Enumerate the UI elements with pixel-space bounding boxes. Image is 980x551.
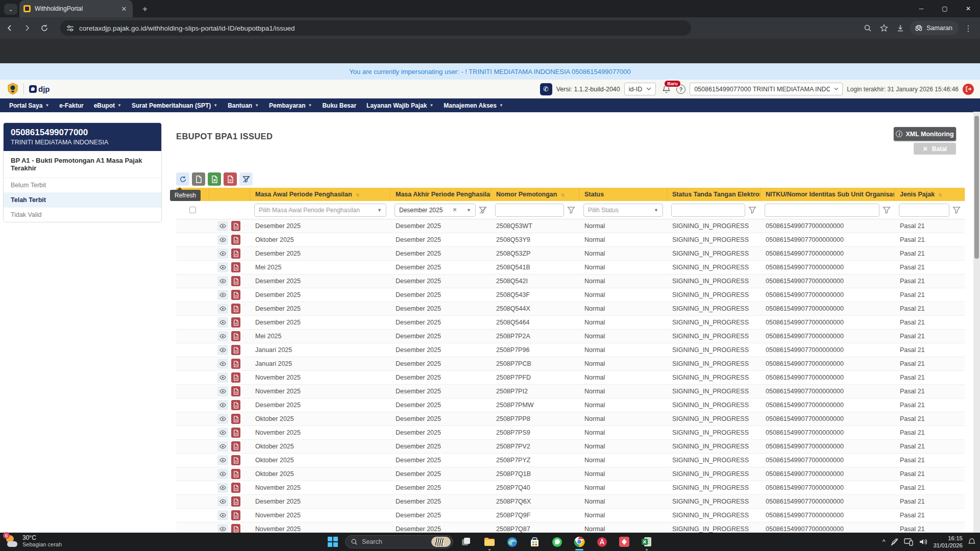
- refresh-button[interactable]: [176, 172, 189, 186]
- forward-button[interactable]: [19, 20, 35, 36]
- table-row[interactable]: Oktober 2025 Desember 2025 2508Q53Y9 Nor…: [176, 233, 965, 247]
- download-pdf-button[interactable]: [231, 235, 240, 245]
- view-button[interactable]: [217, 331, 228, 341]
- notifications-bell[interactable]: Baru: [660, 83, 672, 95]
- logout-button[interactable]: [963, 84, 974, 95]
- nomor-filter-input[interactable]: [495, 204, 564, 217]
- table-row[interactable]: Desember 2025 Desember 2025 2508Q543F No…: [176, 288, 965, 302]
- table-row[interactable]: Desember 2025 Desember 2025 2508Q542I No…: [176, 274, 965, 288]
- browser-profile-chip[interactable]: Samaran: [910, 21, 959, 35]
- microsoft-store-icon[interactable]: [528, 535, 541, 548]
- table-row[interactable]: November 2025 Desember 2025 2508P7Q40 No…: [176, 481, 965, 495]
- download-pdf-button[interactable]: [231, 455, 240, 465]
- address-bar[interactable]: coretaxdjp.pajak.go.id/withholding-slips…: [60, 20, 691, 36]
- clear-icon[interactable]: ✕: [452, 207, 457, 213]
- nav-item-pembayaran[interactable]: Pembayaran▼: [269, 102, 312, 109]
- cast-device-icon[interactable]: [904, 538, 914, 546]
- view-button[interactable]: [217, 221, 228, 231]
- view-button[interactable]: [217, 524, 228, 533]
- download-pdf-button[interactable]: [231, 469, 240, 479]
- download-pdf-button[interactable]: [231, 345, 240, 355]
- reload-button[interactable]: [37, 20, 52, 36]
- view-button[interactable]: [217, 248, 228, 259]
- ttd-filter-input[interactable]: [671, 204, 745, 217]
- download-pdf-button[interactable]: [231, 290, 240, 300]
- filter-icon[interactable]: [567, 206, 575, 214]
- zoom-page-icon[interactable]: [861, 21, 874, 35]
- export-pdf-button[interactable]: [224, 172, 237, 186]
- view-button[interactable]: [217, 345, 228, 355]
- download-pdf-button[interactable]: [231, 372, 240, 383]
- jenis-filter-input[interactable]: [899, 204, 949, 217]
- tab-close-icon[interactable]: ✕: [119, 4, 129, 13]
- download-pdf-button[interactable]: [231, 524, 240, 533]
- taskbar-search[interactable]: Search: [345, 535, 453, 548]
- download-pdf-button[interactable]: [231, 428, 240, 438]
- nav-item-surat-pemberitahuan-spt-[interactable]: Surat Pemberitahuan (SPT)▼: [132, 102, 217, 109]
- download-pdf-button[interactable]: [231, 304, 240, 314]
- sidebar-item-tidak-valid[interactable]: Tidak Valid: [4, 208, 161, 222]
- view-button[interactable]: [217, 372, 228, 383]
- table-row[interactable]: November 2025 Desember 2025 2508P7Q9F No…: [176, 509, 965, 522]
- xml-monitoring-button[interactable]: i XML Monitoring: [894, 127, 956, 141]
- filter-icon[interactable]: [883, 206, 891, 214]
- contact-icon[interactable]: ✆: [540, 83, 552, 95]
- table-row[interactable]: Desember 2025 Desember 2025 2508Q5464 No…: [176, 316, 965, 330]
- column-header[interactable]: Status: [579, 188, 667, 201]
- sort-icon[interactable]: ↑↓: [938, 192, 941, 197]
- download-pdf-button[interactable]: [231, 386, 240, 396]
- diamond-app-icon[interactable]: [618, 535, 631, 548]
- nav-item-ebupot[interactable]: eBupot▼: [94, 102, 121, 109]
- download-pdf-button[interactable]: [231, 483, 240, 493]
- table-row[interactable]: Mei 2025 Desember 2025 2508Q541B Normal …: [176, 261, 965, 274]
- download-pdf-button[interactable]: [231, 496, 240, 507]
- export-file-button[interactable]: [192, 172, 205, 186]
- sidebar-item-telah-terbit[interactable]: Telah Terbit: [4, 193, 161, 208]
- column-header[interactable]: Status Tanda Tangan Elektronik...: [667, 188, 761, 201]
- table-row[interactable]: Mei 2025 Desember 2025 2508P7P2A Normal …: [176, 330, 965, 343]
- taxpayer-select[interactable]: 0508615499077000 TRINITI MEDIATAMA INDON…: [690, 83, 843, 95]
- view-button[interactable]: [217, 359, 228, 369]
- table-row[interactable]: November 2025 Desember 2025 2508P7PFD No…: [176, 371, 965, 385]
- view-button[interactable]: [217, 235, 228, 245]
- download-pdf-button[interactable]: [231, 248, 240, 259]
- export-excel-button[interactable]: [208, 172, 221, 186]
- table-row[interactable]: Desember 2025 Desember 2025 2508Q53WT No…: [176, 219, 965, 233]
- table-row[interactable]: Oktober 2025 Desember 2025 2508P7PYZ Nor…: [176, 454, 965, 467]
- filter-icon[interactable]: [748, 206, 756, 214]
- view-button[interactable]: [217, 386, 228, 396]
- edge-browser-icon[interactable]: [505, 535, 519, 548]
- whatsapp-icon[interactable]: [550, 535, 564, 548]
- column-header[interactable]: Nomor Pemotongan↑↓: [491, 188, 579, 201]
- excel-icon[interactable]: [640, 535, 653, 548]
- page-scrollbar[interactable]: [973, 112, 980, 533]
- pen-disabled-icon[interactable]: [890, 538, 899, 546]
- column-header[interactable]: NITKU/Nomor Identitas Sub Unit Organisas…: [761, 188, 895, 201]
- download-pdf-button[interactable]: [231, 510, 240, 520]
- table-row[interactable]: Oktober 2025 Desember 2025 2508P7PV2 Nor…: [176, 440, 965, 454]
- back-button[interactable]: [2, 20, 17, 36]
- table-row[interactable]: Desember 2025 Desember 2025 2508P7PMW No…: [176, 398, 965, 412]
- table-row[interactable]: November 2025 Desember 2025 2508P7Q87 No…: [176, 522, 965, 533]
- download-pdf-button[interactable]: [231, 441, 240, 452]
- view-button[interactable]: [217, 400, 228, 410]
- browser-menu-icon[interactable]: ⋮: [962, 21, 975, 35]
- scrollbar-thumb[interactable]: [974, 116, 979, 259]
- table-row[interactable]: Oktober 2025 Desember 2025 2508P7PP8 Nor…: [176, 412, 965, 426]
- view-button[interactable]: [217, 317, 228, 328]
- nav-item-e-faktur[interactable]: e-Faktur: [59, 102, 83, 109]
- table-row[interactable]: November 2025 Desember 2025 2508P7PS9 No…: [176, 426, 965, 440]
- sidebar-item-belum-terbit[interactable]: Belum Terbit: [4, 178, 161, 193]
- masa-akhir-filter-select[interactable]: Desember 2025 ✕ ▼: [395, 204, 476, 217]
- language-select[interactable]: id-ID: [624, 83, 656, 95]
- window-maximize-button[interactable]: ▢: [933, 0, 957, 17]
- notifications-bell-icon[interactable]: [968, 538, 976, 546]
- download-pdf-button[interactable]: [231, 331, 240, 341]
- table-row[interactable]: Januari 2025 Desember 2025 2508P7P96 Nor…: [176, 343, 965, 357]
- weather-widget[interactable]: 6 30°C Sebagian cerah: [5, 534, 62, 547]
- view-button[interactable]: [217, 455, 228, 465]
- view-button[interactable]: [217, 441, 228, 452]
- view-button[interactable]: [217, 414, 228, 424]
- column-header[interactable]: Jenis Pajak↑↓: [895, 188, 965, 201]
- status-filter-select[interactable]: Pilih Status ▼: [583, 204, 663, 217]
